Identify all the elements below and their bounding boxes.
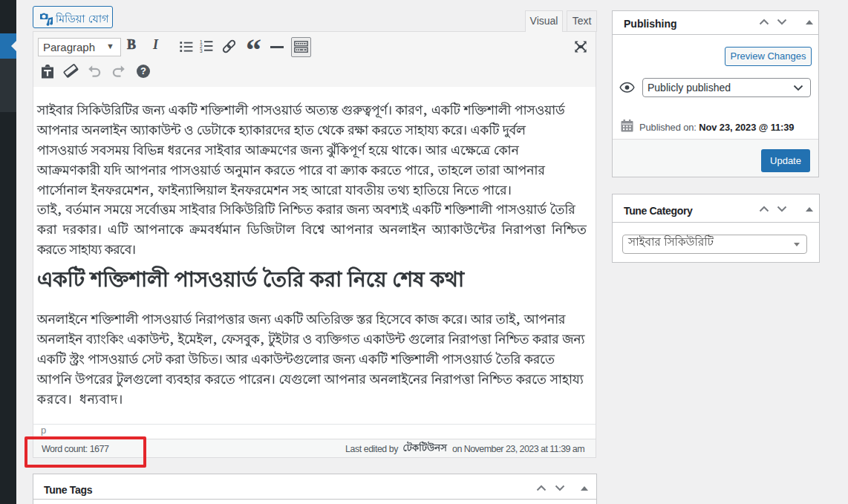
svg-text:3: 3 [200, 48, 203, 53]
